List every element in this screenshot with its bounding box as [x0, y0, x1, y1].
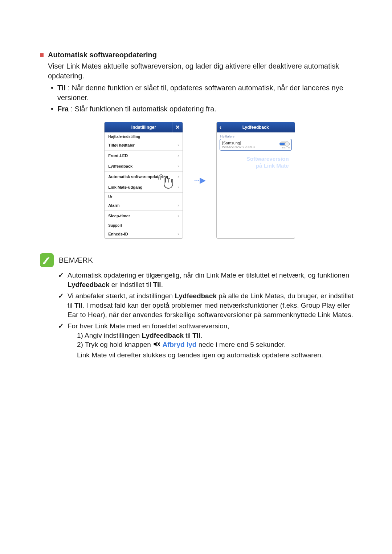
note-step-1: 1) Angiv indstillingen Lydfeedback til T… — [77, 331, 359, 340]
chevron-right-icon: › — [177, 185, 179, 190]
device-version: WAM270WWB-2009.3 — [222, 145, 289, 149]
page-number: · · 61 — [40, 552, 359, 554]
section-intro: Viser Link Mates aktuelle softwareversio… — [48, 61, 359, 81]
option-fra-label: Fra — [57, 105, 69, 113]
note-icon — [40, 253, 54, 267]
list-item[interactable]: Tilføj højttaler› — [105, 140, 183, 151]
note-step-2: 2) Tryk og hold knappen Afbryd lyd nede … — [77, 340, 359, 350]
option-til-text: : Når denne funktion er slået til, opdat… — [57, 84, 343, 102]
phone1-cat1: Højttalerindstilling — [105, 132, 183, 140]
list-item-label: Tilføj højttaler — [108, 143, 135, 147]
callout-line1: Softwareversion — [220, 156, 289, 163]
option-til: Til : Når denne funktion er slået til, o… — [51, 83, 359, 103]
bullet-square-icon — [40, 53, 44, 57]
version-callout: Softwareversion på Link Mate — [220, 156, 292, 169]
phone2-header: ‹ Lydfeedback — [217, 122, 295, 132]
callout-line2: på Link Mate — [220, 163, 289, 169]
chevron-right-icon: › — [177, 231, 179, 237]
arrow-right-icon: ···▶ — [194, 176, 205, 185]
afbryd-lyd-label: Afbryd lyd — [162, 341, 196, 348]
phone-settings: Indstillinger ✕ Højttalerindstilling Til… — [104, 122, 183, 239]
list-item[interactable]: Sleep-timer› — [105, 211, 183, 221]
speakers-label: Højttalere — [220, 135, 292, 138]
note-step-3: Link Mate vil derefter slukkes og tændes… — [77, 350, 359, 360]
note-item-3: For hver Link Mate med en forældet softw… — [58, 321, 359, 360]
list-item-label: Lydfeedback — [108, 164, 132, 168]
list-item[interactable]: Front-LED› — [105, 151, 183, 161]
list-item[interactable]: Alarm› — [105, 200, 183, 211]
section-heading: Automatisk softwareopdatering — [40, 51, 359, 59]
toggle-labels: Fra Til — [282, 147, 290, 149]
phone1-title: Indstillinger — [131, 125, 156, 130]
phone2-title: Lydfeedback — [242, 125, 269, 130]
chevron-right-icon: › — [177, 143, 179, 148]
list-item-label: Enheds-ID — [108, 232, 128, 236]
back-icon[interactable]: ‹ — [220, 122, 221, 132]
close-icon[interactable]: ✕ — [172, 122, 183, 132]
toggle-off-label: Fra — [282, 147, 286, 149]
note-list: Automatisk opdatering er tilgængelig, nå… — [58, 271, 359, 360]
mute-icon — [153, 340, 160, 350]
option-fra: Fra : Slår funktionen til automatisk opd… — [51, 104, 359, 114]
phone1-cat3: Support — [105, 221, 183, 229]
phone-lydfeedback: ‹ Lydfeedback Højttalere [Samsung] WAM27… — [216, 122, 295, 239]
list-item[interactable]: Enheds-ID› — [105, 229, 183, 239]
chevron-right-icon: › — [177, 174, 179, 179]
device-name: [Samsung] — [222, 141, 289, 145]
chevron-right-icon: › — [177, 153, 179, 158]
device-entry: [Samsung] WAM270WWB-2009.3 Fra Til — [220, 139, 292, 151]
section-heading-text: Automatisk softwareopdatering — [48, 51, 157, 59]
list-item[interactable]: Lydfeedback› — [105, 161, 183, 172]
list-item-label: Alarm — [108, 203, 119, 208]
list-item-label: Link Mate-udgang — [108, 185, 142, 189]
chevron-right-icon: › — [177, 213, 179, 218]
toggle-on-label: Til — [288, 147, 290, 149]
note-item-2: Vi anbefaler stærkt, at indstillingen Ly… — [58, 291, 359, 319]
update-toggle[interactable] — [279, 141, 290, 146]
tap-gesture-icon — [155, 172, 177, 194]
option-list: Til : Når denne funktion er slået til, o… — [51, 83, 359, 114]
note-item-1: Automatisk opdatering er tilgængelig, nå… — [58, 271, 359, 289]
note-header: BEMÆRK — [40, 253, 359, 267]
option-fra-text: : Slår funktionen til automatisk opdater… — [69, 105, 216, 113]
phone1-header: Indstillinger ✕ — [105, 122, 183, 132]
chevron-right-icon: › — [177, 203, 179, 208]
option-til-label: Til — [57, 84, 66, 92]
list-item-label: Front-LED — [108, 153, 128, 158]
note-title: BEMÆRK — [59, 256, 93, 264]
chevron-right-icon: › — [177, 164, 179, 169]
screenshot-row: Indstillinger ✕ Højttalerindstilling Til… — [40, 122, 359, 239]
list-item-label: Sleep-timer — [108, 214, 130, 218]
